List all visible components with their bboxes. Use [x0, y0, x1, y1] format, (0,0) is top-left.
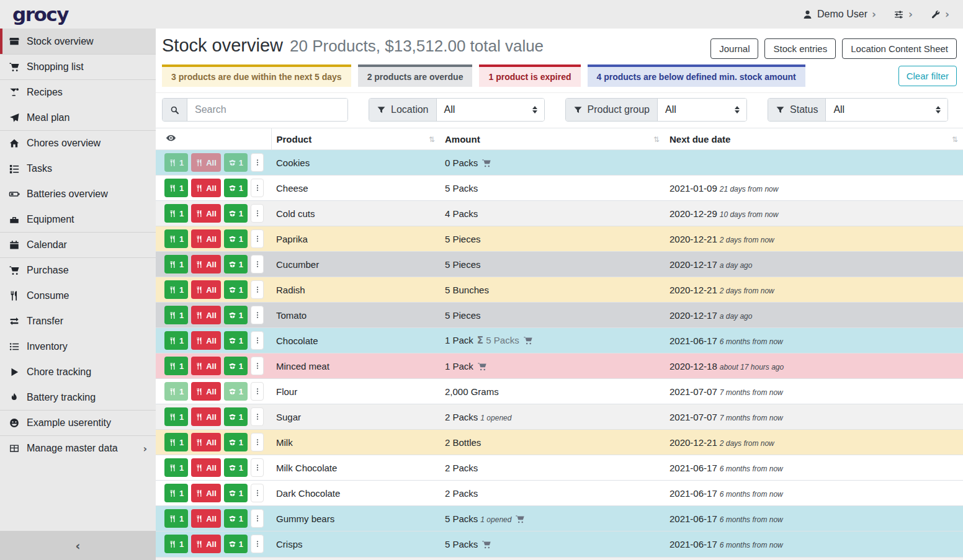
open-one-button[interactable]: 1: [224, 535, 248, 553]
sidebar-item-purchase[interactable]: Purchase: [0, 257, 156, 283]
sidebar-collapse-button[interactable]: ‹: [0, 531, 156, 560]
consume-one-button[interactable]: 1: [164, 407, 188, 426]
stock-entries-button[interactable]: Stock entries: [764, 38, 836, 59]
settings-menu[interactable]: ›: [894, 8, 913, 20]
sidebar-item-stock-overview[interactable]: Stock overview: [0, 29, 156, 54]
row-menu-button[interactable]: [251, 458, 264, 477]
shopping-cart-icon[interactable]: [523, 336, 533, 345]
shopping-cart-icon[interactable]: [477, 362, 487, 371]
consume-one-button[interactable]: 1: [164, 229, 188, 248]
location-select[interactable]: All: [437, 99, 544, 121]
sidebar-item-recipes[interactable]: Recipes: [0, 79, 156, 105]
consume-one-button[interactable]: 1: [164, 179, 188, 197]
open-one-button[interactable]: 1: [224, 204, 248, 223]
consume-all-button[interactable]: All: [191, 179, 221, 197]
row-menu-button[interactable]: [251, 357, 264, 375]
open-one-button[interactable]: 1: [224, 153, 248, 172]
consume-all-button[interactable]: All: [191, 255, 221, 273]
product-group-select[interactable]: All: [658, 99, 746, 121]
alert-warning[interactable]: 3 products are due within the next 5 day…: [162, 64, 351, 87]
open-one-button[interactable]: 1: [224, 433, 248, 451]
consume-all-button[interactable]: All: [191, 509, 221, 528]
shopping-cart-icon[interactable]: [482, 540, 491, 549]
open-one-button[interactable]: 1: [224, 407, 248, 426]
sidebar-item-manage-master-data[interactable]: Manage master data›: [0, 435, 156, 461]
consume-one-button[interactable]: 1: [164, 306, 188, 324]
admin-menu[interactable]: ›: [930, 8, 949, 20]
consume-all-button[interactable]: All: [191, 382, 221, 401]
sidebar-item-battery-tracking[interactable]: Battery tracking: [0, 384, 156, 410]
sidebar-item-batteries-overview[interactable]: Batteries overview: [0, 181, 156, 207]
row-menu-button[interactable]: [251, 433, 264, 451]
consume-all-button[interactable]: All: [191, 306, 221, 324]
consume-one-button[interactable]: 1: [164, 433, 188, 451]
sidebar-item-chores-overview[interactable]: Chores overview: [0, 130, 156, 156]
consume-all-button[interactable]: All: [191, 535, 221, 553]
open-one-button[interactable]: 1: [224, 382, 248, 401]
alert-primary[interactable]: 4 products are below defined min. stock …: [588, 64, 805, 87]
consume-all-button[interactable]: All: [191, 433, 221, 451]
open-one-button[interactable]: 1: [224, 357, 248, 375]
sidebar-item-transfer[interactable]: Transfer: [0, 308, 156, 334]
row-menu-button[interactable]: [251, 484, 264, 502]
search-input[interactable]: [187, 99, 347, 121]
consume-one-button[interactable]: 1: [164, 509, 188, 528]
open-one-button[interactable]: 1: [224, 280, 248, 299]
open-one-button[interactable]: 1: [224, 229, 248, 248]
consume-all-button[interactable]: All: [191, 153, 221, 172]
consume-one-button[interactable]: 1: [164, 357, 188, 375]
row-menu-button[interactable]: [251, 331, 264, 350]
open-one-button[interactable]: 1: [224, 179, 248, 197]
app-logo[interactable]: grocy: [12, 5, 68, 24]
consume-all-button[interactable]: All: [191, 458, 221, 477]
consume-one-button[interactable]: 1: [164, 382, 188, 401]
row-menu-button[interactable]: [251, 407, 264, 426]
open-one-button[interactable]: 1: [224, 509, 248, 528]
row-menu-button[interactable]: [251, 255, 264, 273]
row-menu-button[interactable]: [251, 179, 264, 197]
open-one-button[interactable]: 1: [224, 306, 248, 324]
consume-one-button[interactable]: 1: [164, 458, 188, 477]
journal-button[interactable]: Journal: [710, 38, 758, 59]
consume-one-button[interactable]: 1: [164, 204, 188, 223]
sidebar-item-calendar[interactable]: Calendar: [0, 232, 156, 257]
user-menu[interactable]: Demo User ›: [802, 8, 876, 20]
consume-one-button[interactable]: 1: [164, 153, 188, 172]
sidebar-item-meal-plan[interactable]: Meal plan: [0, 105, 156, 130]
row-menu-button[interactable]: [251, 229, 264, 248]
row-menu-button[interactable]: [251, 382, 264, 401]
row-menu-button[interactable]: [251, 509, 264, 528]
column-header-next-due-date[interactable]: Next due date ⇅: [665, 128, 963, 150]
consume-one-button[interactable]: 1: [164, 255, 188, 273]
consume-one-button[interactable]: 1: [164, 535, 188, 553]
sidebar-item-tasks[interactable]: Tasks: [0, 156, 156, 181]
sidebar-item-chore-tracking[interactable]: Chore tracking: [0, 359, 156, 384]
shopping-cart-icon[interactable]: [515, 514, 525, 524]
location-content-sheet-button[interactable]: Location Content Sheet: [842, 38, 957, 59]
consume-all-button[interactable]: All: [191, 407, 221, 426]
consume-all-button[interactable]: All: [191, 331, 221, 350]
sidebar-item-inventory[interactable]: Inventory: [0, 334, 156, 359]
column-header-amount[interactable]: Amount ⇅: [440, 128, 665, 150]
consume-all-button[interactable]: All: [191, 229, 221, 248]
consume-all-button[interactable]: All: [191, 357, 221, 375]
sidebar-item-consume[interactable]: Consume: [0, 283, 156, 308]
row-menu-button[interactable]: [251, 153, 264, 172]
open-one-button[interactable]: 1: [224, 458, 248, 477]
open-one-button[interactable]: 1: [224, 255, 248, 273]
sidebar-item-example-userentity[interactable]: Example userentity: [0, 410, 156, 435]
column-header-product[interactable]: Product ⇅: [271, 128, 440, 150]
consume-one-button[interactable]: 1: [164, 280, 188, 299]
consume-one-button[interactable]: 1: [164, 484, 188, 502]
alert-danger[interactable]: 1 product is expired: [479, 64, 580, 87]
consume-all-button[interactable]: All: [191, 280, 221, 299]
row-menu-button[interactable]: [251, 204, 264, 223]
shopping-cart-icon[interactable]: [482, 158, 491, 168]
row-menu-button[interactable]: [251, 280, 264, 299]
sidebar-item-shopping-list[interactable]: Shopping list: [0, 54, 156, 79]
consume-all-button[interactable]: All: [191, 204, 221, 223]
open-one-button[interactable]: 1: [224, 484, 248, 502]
sidebar-item-equipment[interactable]: Equipment: [0, 207, 156, 232]
clear-filter-button[interactable]: Clear filter: [898, 66, 957, 86]
alert-secondary[interactable]: 2 products are overdue: [358, 64, 473, 87]
